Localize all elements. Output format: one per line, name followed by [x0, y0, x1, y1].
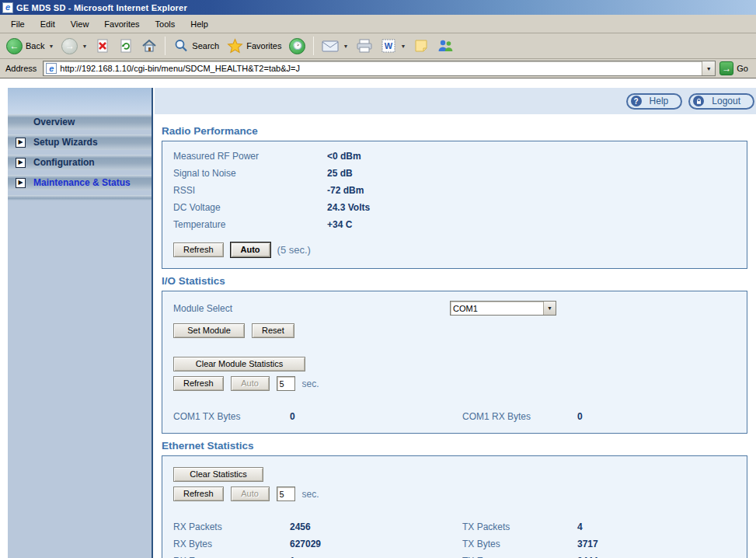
stat-value: -72 dBm [327, 185, 747, 196]
stat-label: Measured RF Power [173, 151, 327, 162]
stop-icon [95, 38, 110, 54]
stat-value: 24.3 Volts [327, 202, 747, 213]
sidebar-item-label: Overview [33, 117, 75, 127]
edit-dropdown-icon: ▼ [400, 44, 406, 49]
favorites-button[interactable]: Favorites [224, 37, 284, 56]
messenger-icon [437, 38, 454, 54]
word-icon: W [381, 38, 396, 54]
eth-interval-unit: sec. [302, 489, 319, 501]
print-icon [356, 38, 373, 54]
set-module-button[interactable]: Set Module [173, 323, 245, 338]
sidebar-item-configuration[interactable]: ▶ Configuration [8, 155, 152, 170]
go-arrow-icon: → [719, 61, 733, 75]
stat-label: RX Packets [173, 521, 290, 532]
expand-arrow-icon: ▶ [16, 138, 26, 148]
stat-label: DC Voltage [173, 202, 327, 213]
favorites-label: Favorites [246, 41, 281, 51]
forward-button[interactable]: → ▼ [58, 37, 90, 56]
menu-favorites[interactable]: Favorites [96, 17, 147, 31]
stat-label: Signal to Noise [173, 168, 327, 179]
sidebar-divider-strip [8, 195, 152, 201]
stat-label: Temperature [173, 219, 327, 230]
sidebar-item-overview[interactable]: Overview [8, 114, 152, 130]
back-dropdown-icon: ▼ [48, 44, 54, 49]
go-label: Go [737, 64, 748, 73]
sidebar-item-label: Maintenance & Status [33, 177, 131, 188]
print-button[interactable] [353, 37, 376, 55]
refresh-button-toolbar[interactable] [115, 37, 137, 55]
history-icon: 🕑 [289, 38, 305, 54]
eth-auto-button[interactable]: Auto [231, 487, 270, 501]
address-url: http://192.168.1.10/cgi-bin/menu/SDCM_HE… [60, 64, 699, 73]
window-title: GE MDS SD - Microsoft Internet Explorer [16, 3, 187, 12]
search-button[interactable]: Search [170, 37, 222, 55]
address-label: Address [3, 64, 39, 73]
io-auto-button[interactable]: Auto [231, 376, 270, 391]
refresh-icon [118, 38, 134, 54]
browser-window: e GE MDS SD - Microsoft Internet Explore… [0, 0, 756, 558]
io-statistics-panel: Module Select COM1 ▼ Set Module Reset Cl… [162, 291, 747, 434]
sidebar-item-maintenance-status[interactable]: ▶ Maintenance & Status [8, 175, 152, 190]
help-button[interactable]: ? Help [626, 93, 683, 110]
main-content: Radio Performance Measured RF Power <0 d… [155, 114, 756, 558]
edit-with-word-button[interactable]: W ▼ [378, 37, 409, 55]
search-label: Search [192, 41, 219, 51]
toolbar-separator [165, 37, 165, 55]
home-button[interactable] [138, 37, 160, 55]
eth-refresh-button[interactable]: Refresh [173, 487, 224, 501]
module-select-dropdown[interactable]: COM1 ▼ [450, 301, 556, 316]
stat-label: RSSI [173, 185, 327, 196]
mail-button[interactable]: ▼ [319, 37, 351, 54]
radio-interval-note: (5 sec.) [277, 244, 311, 256]
clear-statistics-button[interactable]: Clear Statistics [173, 467, 263, 482]
messenger-button[interactable] [434, 37, 457, 55]
address-input[interactable]: e http://192.168.1.10/cgi-bin/menu/SDCM_… [43, 61, 716, 76]
logout-label: Logout [712, 96, 740, 106]
expand-arrow-icon: ▶ [16, 178, 26, 188]
history-button[interactable]: 🕑 [286, 37, 308, 56]
reset-button[interactable]: Reset [252, 323, 294, 338]
search-icon [173, 38, 189, 54]
back-icon: ← [6, 38, 23, 54]
back-button[interactable]: ← Back ▼ [3, 37, 57, 56]
note-icon [413, 38, 429, 54]
radio-auto-button[interactable]: Auto [231, 242, 270, 257]
home-icon [141, 38, 157, 54]
module-select-label: Module Select [173, 303, 450, 314]
stat-value: +34 C [327, 219, 747, 230]
menu-view[interactable]: View [63, 17, 97, 31]
eth-interval-input[interactable] [277, 487, 295, 501]
io-interval-input[interactable] [277, 376, 295, 391]
logout-button[interactable]: Logout [688, 93, 754, 110]
radio-refresh-button[interactable]: Refresh [173, 242, 224, 257]
sidebar-item-label: Configuration [33, 157, 95, 168]
toolbar-separator [313, 37, 314, 55]
ethernet-statistics-title: Ethernet Statistics [162, 440, 747, 452]
discuss-button[interactable] [410, 37, 432, 55]
stat-value: 627029 [290, 539, 462, 549]
help-label: Help [650, 96, 669, 106]
menu-tools[interactable]: Tools [148, 17, 183, 31]
radio-performance-panel: Measured RF Power <0 dBm Signal to Noise… [162, 141, 747, 269]
go-button[interactable]: → Go [719, 61, 753, 75]
address-bar: Address e http://192.168.1.10/cgi-bin/me… [0, 59, 756, 78]
sidebar-header [8, 88, 152, 114]
io-statistics-title: I/O Statistics [162, 275, 747, 287]
address-dropdown-button[interactable]: ▼ [702, 61, 715, 75]
title-bar: e GE MDS SD - Microsoft Internet Explore… [0, 0, 756, 15]
clear-module-statistics-button[interactable]: Clear Module Statistics [173, 357, 305, 371]
menu-file[interactable]: File [3, 17, 33, 31]
io-refresh-button[interactable]: Refresh [173, 376, 224, 391]
sidebar-item-setup-wizards[interactable]: ▶ Setup Wizards [8, 134, 152, 150]
stat-value: 0 [290, 411, 462, 422]
menu-help[interactable]: Help [183, 17, 216, 31]
module-select-value: COM1 [451, 304, 543, 313]
svg-text:W: W [385, 41, 393, 51]
mail-icon [322, 39, 339, 53]
menu-edit[interactable]: Edit [33, 17, 63, 31]
stop-button[interactable] [92, 37, 113, 55]
stat-label: COM1 TX Bytes [173, 411, 290, 422]
browser-toolbar: ← Back ▼ → ▼ Search [0, 33, 756, 59]
favorites-star-icon [227, 38, 243, 54]
forward-dropdown-icon: ▼ [82, 44, 87, 49]
